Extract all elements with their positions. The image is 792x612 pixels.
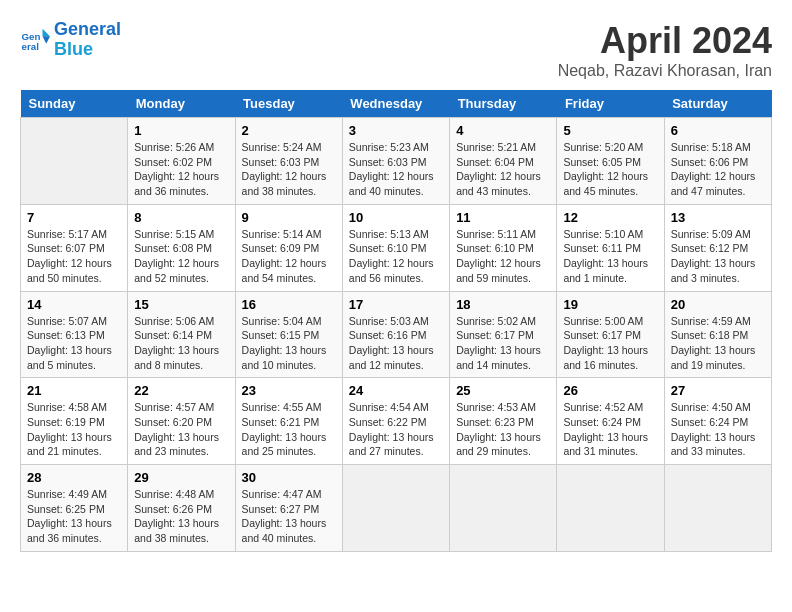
week-row-3: 14Sunrise: 5:07 AM Sunset: 6:13 PM Dayli…	[21, 291, 772, 378]
calendar-cell: 23Sunrise: 4:55 AM Sunset: 6:21 PM Dayli…	[235, 378, 342, 465]
weekday-header-sunday: Sunday	[21, 90, 128, 118]
calendar-cell: 4Sunrise: 5:21 AM Sunset: 6:04 PM Daylig…	[450, 118, 557, 205]
day-info: Sunrise: 4:55 AM Sunset: 6:21 PM Dayligh…	[242, 400, 336, 459]
day-info: Sunrise: 4:49 AM Sunset: 6:25 PM Dayligh…	[27, 487, 121, 546]
day-number: 15	[134, 297, 228, 312]
day-number: 16	[242, 297, 336, 312]
day-info: Sunrise: 4:52 AM Sunset: 6:24 PM Dayligh…	[563, 400, 657, 459]
day-number: 29	[134, 470, 228, 485]
page-header: Gen eral General Blue April 2024 Neqab, …	[20, 20, 772, 80]
day-number: 7	[27, 210, 121, 225]
calendar-cell: 18Sunrise: 5:02 AM Sunset: 6:17 PM Dayli…	[450, 291, 557, 378]
calendar-table: SundayMondayTuesdayWednesdayThursdayFrid…	[20, 90, 772, 552]
weekday-header-thursday: Thursday	[450, 90, 557, 118]
calendar-cell: 13Sunrise: 5:09 AM Sunset: 6:12 PM Dayli…	[664, 204, 771, 291]
calendar-cell: 22Sunrise: 4:57 AM Sunset: 6:20 PM Dayli…	[128, 378, 235, 465]
calendar-cell: 27Sunrise: 4:50 AM Sunset: 6:24 PM Dayli…	[664, 378, 771, 465]
day-number: 30	[242, 470, 336, 485]
day-number: 24	[349, 383, 443, 398]
calendar-cell: 30Sunrise: 4:47 AM Sunset: 6:27 PM Dayli…	[235, 465, 342, 552]
weekday-header-friday: Friday	[557, 90, 664, 118]
calendar-cell: 9Sunrise: 5:14 AM Sunset: 6:09 PM Daylig…	[235, 204, 342, 291]
calendar-cell	[557, 465, 664, 552]
weekday-header-tuesday: Tuesday	[235, 90, 342, 118]
calendar-cell: 29Sunrise: 4:48 AM Sunset: 6:26 PM Dayli…	[128, 465, 235, 552]
day-info: Sunrise: 5:11 AM Sunset: 6:10 PM Dayligh…	[456, 227, 550, 286]
day-info: Sunrise: 4:54 AM Sunset: 6:22 PM Dayligh…	[349, 400, 443, 459]
calendar-cell: 7Sunrise: 5:17 AM Sunset: 6:07 PM Daylig…	[21, 204, 128, 291]
day-info: Sunrise: 5:21 AM Sunset: 6:04 PM Dayligh…	[456, 140, 550, 199]
day-number: 22	[134, 383, 228, 398]
calendar-cell: 12Sunrise: 5:10 AM Sunset: 6:11 PM Dayli…	[557, 204, 664, 291]
day-number: 9	[242, 210, 336, 225]
calendar-cell: 1Sunrise: 5:26 AM Sunset: 6:02 PM Daylig…	[128, 118, 235, 205]
weekday-header-wednesday: Wednesday	[342, 90, 449, 118]
title-block: April 2024 Neqab, Razavi Khorasan, Iran	[558, 20, 772, 80]
day-info: Sunrise: 5:10 AM Sunset: 6:11 PM Dayligh…	[563, 227, 657, 286]
day-info: Sunrise: 4:53 AM Sunset: 6:23 PM Dayligh…	[456, 400, 550, 459]
calendar-cell: 26Sunrise: 4:52 AM Sunset: 6:24 PM Dayli…	[557, 378, 664, 465]
week-row-4: 21Sunrise: 4:58 AM Sunset: 6:19 PM Dayli…	[21, 378, 772, 465]
day-info: Sunrise: 5:14 AM Sunset: 6:09 PM Dayligh…	[242, 227, 336, 286]
calendar-cell	[342, 465, 449, 552]
day-info: Sunrise: 4:48 AM Sunset: 6:26 PM Dayligh…	[134, 487, 228, 546]
main-title: April 2024	[558, 20, 772, 62]
calendar-cell: 20Sunrise: 4:59 AM Sunset: 6:18 PM Dayli…	[664, 291, 771, 378]
day-number: 27	[671, 383, 765, 398]
day-info: Sunrise: 5:04 AM Sunset: 6:15 PM Dayligh…	[242, 314, 336, 373]
calendar-cell: 15Sunrise: 5:06 AM Sunset: 6:14 PM Dayli…	[128, 291, 235, 378]
day-info: Sunrise: 5:03 AM Sunset: 6:16 PM Dayligh…	[349, 314, 443, 373]
day-number: 5	[563, 123, 657, 138]
day-number: 28	[27, 470, 121, 485]
calendar-cell: 14Sunrise: 5:07 AM Sunset: 6:13 PM Dayli…	[21, 291, 128, 378]
day-info: Sunrise: 5:07 AM Sunset: 6:13 PM Dayligh…	[27, 314, 121, 373]
calendar-cell: 10Sunrise: 5:13 AM Sunset: 6:10 PM Dayli…	[342, 204, 449, 291]
weekday-header-monday: Monday	[128, 90, 235, 118]
weekday-header-saturday: Saturday	[664, 90, 771, 118]
calendar-cell: 11Sunrise: 5:11 AM Sunset: 6:10 PM Dayli…	[450, 204, 557, 291]
week-row-2: 7Sunrise: 5:17 AM Sunset: 6:07 PM Daylig…	[21, 204, 772, 291]
calendar-cell: 24Sunrise: 4:54 AM Sunset: 6:22 PM Dayli…	[342, 378, 449, 465]
day-info: Sunrise: 5:15 AM Sunset: 6:08 PM Dayligh…	[134, 227, 228, 286]
day-info: Sunrise: 5:00 AM Sunset: 6:17 PM Dayligh…	[563, 314, 657, 373]
svg-marker-3	[43, 36, 51, 44]
calendar-cell: 19Sunrise: 5:00 AM Sunset: 6:17 PM Dayli…	[557, 291, 664, 378]
week-row-1: 1Sunrise: 5:26 AM Sunset: 6:02 PM Daylig…	[21, 118, 772, 205]
day-number: 25	[456, 383, 550, 398]
day-info: Sunrise: 5:09 AM Sunset: 6:12 PM Dayligh…	[671, 227, 765, 286]
day-info: Sunrise: 4:50 AM Sunset: 6:24 PM Dayligh…	[671, 400, 765, 459]
day-info: Sunrise: 5:17 AM Sunset: 6:07 PM Dayligh…	[27, 227, 121, 286]
calendar-cell: 17Sunrise: 5:03 AM Sunset: 6:16 PM Dayli…	[342, 291, 449, 378]
day-number: 20	[671, 297, 765, 312]
calendar-cell: 5Sunrise: 5:20 AM Sunset: 6:05 PM Daylig…	[557, 118, 664, 205]
logo-text: General Blue	[54, 20, 121, 60]
calendar-cell: 28Sunrise: 4:49 AM Sunset: 6:25 PM Dayli…	[21, 465, 128, 552]
day-info: Sunrise: 5:18 AM Sunset: 6:06 PM Dayligh…	[671, 140, 765, 199]
day-number: 18	[456, 297, 550, 312]
week-row-5: 28Sunrise: 4:49 AM Sunset: 6:25 PM Dayli…	[21, 465, 772, 552]
calendar-cell: 6Sunrise: 5:18 AM Sunset: 6:06 PM Daylig…	[664, 118, 771, 205]
day-number: 10	[349, 210, 443, 225]
day-number: 17	[349, 297, 443, 312]
day-info: Sunrise: 4:58 AM Sunset: 6:19 PM Dayligh…	[27, 400, 121, 459]
calendar-cell: 16Sunrise: 5:04 AM Sunset: 6:15 PM Dayli…	[235, 291, 342, 378]
day-number: 14	[27, 297, 121, 312]
day-number: 12	[563, 210, 657, 225]
day-number: 13	[671, 210, 765, 225]
calendar-cell	[664, 465, 771, 552]
subtitle: Neqab, Razavi Khorasan, Iran	[558, 62, 772, 80]
weekday-header-row: SundayMondayTuesdayWednesdayThursdayFrid…	[21, 90, 772, 118]
day-number: 26	[563, 383, 657, 398]
calendar-cell: 25Sunrise: 4:53 AM Sunset: 6:23 PM Dayli…	[450, 378, 557, 465]
calendar-body: 1Sunrise: 5:26 AM Sunset: 6:02 PM Daylig…	[21, 118, 772, 552]
day-info: Sunrise: 4:57 AM Sunset: 6:20 PM Dayligh…	[134, 400, 228, 459]
calendar-cell: 8Sunrise: 5:15 AM Sunset: 6:08 PM Daylig…	[128, 204, 235, 291]
day-number: 1	[134, 123, 228, 138]
day-info: Sunrise: 5:06 AM Sunset: 6:14 PM Dayligh…	[134, 314, 228, 373]
day-number: 23	[242, 383, 336, 398]
svg-marker-2	[43, 29, 51, 37]
day-info: Sunrise: 4:47 AM Sunset: 6:27 PM Dayligh…	[242, 487, 336, 546]
day-number: 19	[563, 297, 657, 312]
day-number: 4	[456, 123, 550, 138]
calendar-cell	[450, 465, 557, 552]
